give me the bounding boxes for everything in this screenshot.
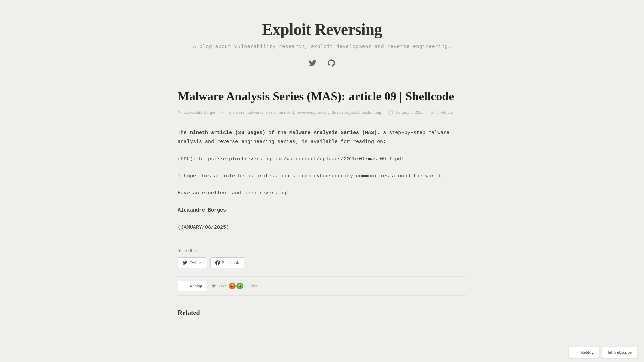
- reblog-button[interactable]: Reblog: [178, 281, 207, 291]
- post-article: Malware Analysis Series (MAS): article 0…: [178, 88, 466, 317]
- twitter-social-link[interactable]: [307, 58, 318, 68]
- post-date: January 8, 2025: [396, 110, 424, 115]
- bottom-subscribe-label: Subscribe: [614, 350, 632, 355]
- share-facebook-button[interactable]: Facebook: [210, 257, 244, 268]
- like-count: 2 likes: [246, 283, 257, 289]
- twitter-share-icon: [183, 260, 187, 265]
- post-author-sig: Alexandre Borges: [178, 206, 466, 215]
- share-label: Share this:: [178, 248, 466, 253]
- related-section: Related: [178, 309, 466, 317]
- avatar-1: 😄: [229, 283, 236, 289]
- social-links: [178, 58, 466, 68]
- reblog-label: Reblog: [190, 283, 202, 289]
- github-social-link[interactable]: [326, 58, 337, 68]
- author-sig-text: Alexandre Borges: [178, 207, 226, 213]
- like-avatars: 😄 😀: [229, 283, 243, 289]
- bottom-reblog-label: Reblog: [581, 350, 594, 355]
- related-title: Related: [178, 309, 466, 317]
- post-author: Alexandre Borges: [184, 110, 216, 115]
- bottom-reblog-button[interactable]: Reblog: [569, 347, 599, 358]
- bottom-reblog-icon: [574, 350, 579, 355]
- share-twitter-button[interactable]: Twitter: [178, 257, 207, 268]
- tag-icon: 🏷: [222, 110, 226, 115]
- share-twitter-label: Twitter: [190, 260, 202, 265]
- site-description: A blog about vulnerability research, exp…: [178, 44, 466, 50]
- share-section: Share this: Twitter Facebook: [178, 248, 466, 268]
- post-date-sig: (JANUARY/08/2025): [178, 223, 466, 232]
- clock-icon: ⏲: [430, 110, 434, 115]
- bottom-bar: Reblog Subscribe: [562, 343, 644, 362]
- pdf-link[interactable]: https://exploitreversing.com/wp-content/…: [199, 156, 404, 162]
- site-title: Exploit Reversing: [178, 20, 466, 39]
- like-section: Reblog ★ Like 😄 😀 2 likes: [178, 276, 466, 296]
- post-paragraph-2: I hope this article helps professionals …: [178, 172, 466, 181]
- post-meta: ✎ Alexandre Borges 🏷 malware, malwareana…: [178, 110, 466, 115]
- post-body: The nineth article (38 pages) of the Mal…: [178, 128, 466, 232]
- avatar-2: 😀: [236, 283, 243, 289]
- post-tags: malware, malwareanalysis, microsoft, rev…: [229, 110, 381, 115]
- like-widget: ★ Like 😄 😀 2 likes: [211, 283, 258, 289]
- post-paragraph-1: The nineth article (38 pages) of the Mal…: [178, 128, 466, 146]
- article-highlight-2: Malware Analysis Series (MAS): [289, 130, 377, 136]
- site-header: Exploit Reversing A blog about vulnerabi…: [178, 20, 466, 68]
- share-buttons: Twitter Facebook: [178, 257, 466, 268]
- article-highlight-1: nineth article (38 pages): [190, 130, 265, 136]
- facebook-share-icon: [215, 260, 220, 265]
- bottom-subscribe-icon: [608, 350, 612, 355]
- post-read-time: 1 Minute: [437, 110, 453, 115]
- date-icon: 🕑: [388, 110, 393, 115]
- bottom-subscribe-button[interactable]: Subscribe: [602, 347, 637, 358]
- reblog-icon: [183, 284, 187, 288]
- post-paragraph-pdf: (PDF): https://exploitreversing.com/wp-c…: [178, 155, 466, 164]
- post-paragraph-3: Have an excellent and keep reversing!: [178, 189, 466, 198]
- post-title: Malware Analysis Series (MAS): article 0…: [178, 88, 466, 104]
- author-icon: ✎: [178, 110, 181, 115]
- like-text: Like: [219, 283, 227, 289]
- like-star-icon[interactable]: ★: [211, 283, 216, 289]
- share-facebook-label: Facebook: [222, 260, 239, 265]
